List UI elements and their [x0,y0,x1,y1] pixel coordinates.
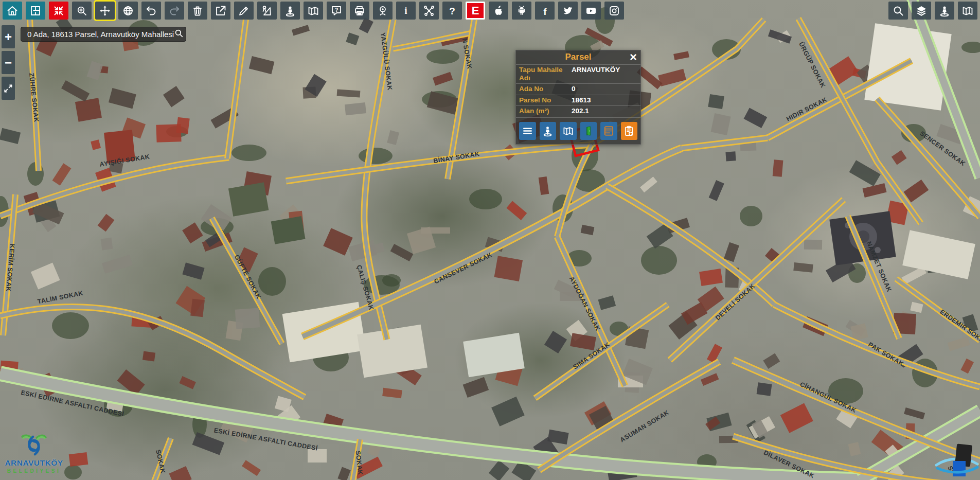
map-canvas[interactable]: ZÜHRE SOKAKAYIŞIĞI SOKAKKERİM SOKAKTALİM… [0,0,980,480]
pencil-icon [238,5,250,17]
search-icon [892,5,904,17]
search-icon-slot[interactable] [174,28,184,40]
export-icon [215,5,227,17]
gis-map-application: ZÜHRE SOKAKAYIŞIĞI SOKAKKERİM SOKAKTALİM… [0,0,980,480]
redo-icon [168,5,181,17]
e-devlet-button[interactable]: E [466,2,485,20]
panorama-button[interactable] [304,2,323,20]
site-plan-button[interactable] [26,2,45,20]
info-button[interactable]: i [396,2,416,20]
door-icon [582,125,594,137]
svg-text:AYDOĞAN SOKAK: AYDOĞAN SOKAK [568,275,602,332]
attribute-value: 0 [569,85,640,93]
street-view-icon [284,5,296,17]
street-view-parcel-button[interactable] [540,122,557,140]
e-devlet-icon: E [472,5,479,16]
expand-icon [3,83,13,94]
pan-tool-button[interactable] [95,2,115,20]
popup-row: Ada No0 [516,83,640,94]
draw-button[interactable] [234,2,254,20]
main-toolbar: ?i?Ef [3,2,624,20]
home-button[interactable] [3,2,22,20]
zoom-in-icon [76,5,88,17]
youtube-icon [585,5,597,17]
instagram-icon [608,5,620,17]
print-button[interactable] [350,2,369,20]
basemap-globe-button[interactable] [118,2,138,20]
floorplan-icon [29,5,42,17]
undo-icon [145,5,157,17]
undo-button[interactable] [141,2,161,20]
youtube-button[interactable] [581,2,601,20]
panorama-icon [562,125,574,137]
close-icon[interactable]: × [630,50,637,64]
zoom-tool-button[interactable] [72,2,92,20]
svg-text:BİNAY SOKAK: BİNAY SOKAK [433,150,480,165]
android-icon [515,5,528,17]
svg-text:f: f [543,6,547,16]
clipboard-icon [623,125,635,137]
street-view-icon [542,125,554,137]
facebook-icon: f [539,5,551,17]
panorama-parcel-button[interactable] [560,122,577,140]
faq-button[interactable]: ? [327,2,346,20]
twitter-button[interactable] [558,2,578,20]
apple-icon [492,5,505,17]
collapse-arrows-icon [52,5,65,17]
panorama-right-button[interactable] [958,2,977,20]
fullscreen-button[interactable] [2,77,15,100]
zoning-status-button[interactable] [621,122,638,140]
twitter-icon [562,5,574,17]
attribute-label: Alan (m²) [516,107,569,115]
detail-menu-button[interactable] [519,122,536,140]
attribute-label: Tapu Mahalle Adı [516,66,569,82]
collapse-button[interactable] [49,2,68,20]
apple-store-button[interactable] [489,2,508,20]
svg-text:?: ? [449,5,455,16]
door-query-button[interactable] [580,122,597,140]
zoning-list-button[interactable] [600,122,617,140]
attribute-label: Ada No [516,85,569,93]
layers-button[interactable] [912,2,931,20]
delete-button[interactable] [188,2,207,20]
street-view-right-button[interactable] [935,2,954,20]
zoom-in-button[interactable]: + [2,25,15,48]
panorama-icon [961,5,974,17]
attribute-label: Parsel No [516,96,569,104]
popup-title: Parsel [516,50,640,64]
svg-text:Sİ: Sİ [946,465,956,474]
instagram-button[interactable] [604,2,624,20]
attribute-value: ARNAVUTKÖY [569,66,640,82]
svg-text:ZÜHRE SOKAK: ZÜHRE SOKAK [28,73,41,122]
attribute-value: 202.1 [569,107,640,115]
popup-row: Alan (m²)202.1 [516,105,640,116]
search-box[interactable]: 0 Ada, 18613 Parsel, Arnavutköy Mahalles… [21,27,186,42]
panorama-icon [307,5,319,17]
svg-text:TALİM SOKAK: TALİM SOKAK [37,289,83,306]
checklist-icon [603,125,615,137]
street-view-icon [938,5,951,17]
zoom-out-button[interactable]: − [2,51,15,74]
search-value: 0 Ada, 18613 Parsel, Arnavutköy Mahalles… [27,30,174,39]
android-store-button[interactable] [512,2,531,20]
redo-button[interactable] [165,2,184,20]
svg-text:PAK SOKAK: PAK SOKAK [867,341,905,368]
search-button[interactable] [888,2,908,20]
network-icon [423,5,435,17]
info-icon: i [400,5,412,17]
svg-text:i: i [404,6,407,16]
popup-action-buttons [516,117,640,144]
search-icon [174,28,184,38]
measure-button[interactable] [257,2,277,20]
help-button[interactable]: ? [442,2,462,20]
home-icon [6,5,19,17]
street-view-button[interactable] [280,2,300,20]
zoom-controls: + − [2,25,15,100]
related-links-button[interactable] [419,2,439,20]
export-button[interactable] [211,2,230,20]
attribute-value: 18613 [569,96,640,104]
svg-text:CANSEVER SOKAK: CANSEVER SOKAK [433,251,493,286]
camera-360-icon [377,5,389,17]
facebook-button[interactable]: f [535,2,555,20]
camera-360-button[interactable] [373,2,393,20]
